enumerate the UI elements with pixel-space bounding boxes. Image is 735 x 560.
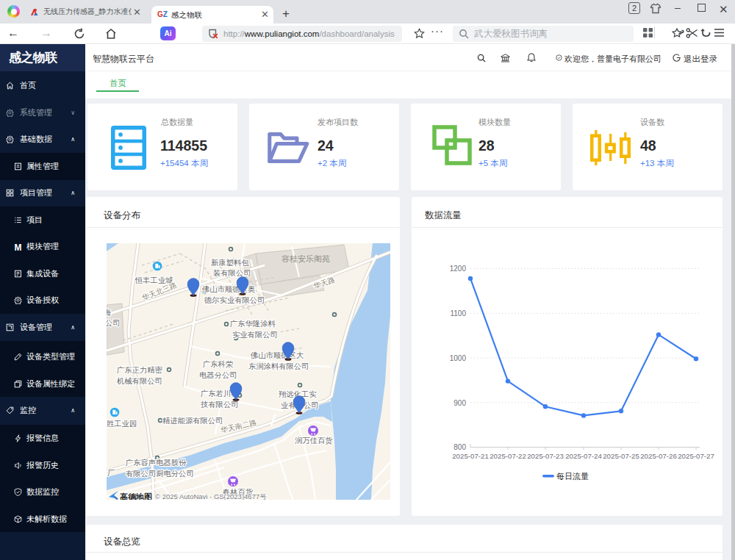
svg-text:佛山市顺德区大: 佛山市顺德区大	[250, 351, 304, 359]
svg-text:1200: 1200	[450, 265, 467, 273]
svg-text:2025-07-21: 2025-07-21	[452, 452, 489, 460]
svg-text:2025-07-26: 2025-07-26	[640, 452, 677, 460]
svg-text:容桂安乐阁苑: 容桂安乐阁苑	[282, 254, 330, 263]
svg-text:1100: 1100	[450, 309, 466, 317]
svg-text:每日流量: 每日流量	[556, 472, 589, 481]
svg-text:900: 900	[453, 399, 466, 407]
svg-text:2025-07-23: 2025-07-23	[527, 452, 564, 460]
svg-text:广东科荣: 广东科荣	[203, 360, 233, 368]
svg-text:高德地图: 高德地图	[120, 492, 152, 500]
svg-text:德尔实业有限公司: 德尔实业有限公司	[204, 296, 265, 304]
svg-text:电器分公司: 电器分公司	[199, 371, 237, 379]
svg-text:装有限公司: 装有限公司	[213, 269, 251, 277]
svg-text:公司: 公司	[107, 319, 121, 327]
svg-text:广东华隆涂料: 广东华隆涂料	[230, 320, 276, 328]
svg-text:2025-07-27: 2025-07-27	[678, 452, 714, 460]
svg-text:2025-07-24: 2025-07-24	[565, 452, 602, 460]
svg-text:1000: 1000	[450, 354, 467, 362]
svg-text:海: 海	[107, 309, 111, 317]
svg-text:广东正力精密: 广东正力精密	[117, 366, 162, 374]
svg-text:东润涂料有限公司: 东润涂料有限公司	[248, 362, 309, 370]
svg-text:有限公司厨电分公司: 有限公司厨电分公司	[126, 470, 194, 478]
svg-text:广东容声电器股份: 广东容声电器股份	[126, 459, 187, 467]
svg-text:© 2025 AutoNavi - GS(2023)4677: © 2025 AutoNavi - GS(2023)4677号	[155, 492, 267, 500]
svg-text:厂: 厂	[107, 469, 115, 477]
svg-text:新康塑料包: 新康塑料包	[211, 259, 249, 267]
svg-text:2025-07-25: 2025-07-25	[603, 452, 639, 460]
svg-text:精进能源有限公司: 精进能源有限公司	[162, 417, 223, 425]
svg-text:800: 800	[453, 443, 466, 451]
svg-text:胜工业园: 胜工业园	[107, 420, 137, 428]
svg-text:机械有限公司: 机械有限公司	[117, 377, 162, 385]
svg-text:润万佳百货: 润万佳百货	[295, 437, 332, 445]
svg-text:2025-07-22: 2025-07-22	[490, 452, 526, 460]
svg-text:实业有限公司: 实业有限公司	[232, 331, 278, 339]
svg-text:技有限公司: 技有限公司	[201, 401, 238, 409]
